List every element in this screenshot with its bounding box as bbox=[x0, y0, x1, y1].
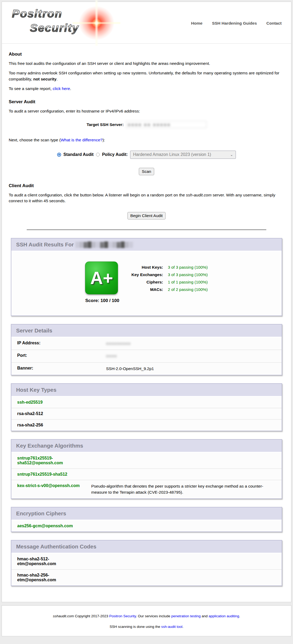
scan-type-paragraph: Next, choose the scan type (What is the … bbox=[9, 137, 284, 143]
scan-button-row: Scan bbox=[9, 168, 284, 175]
obscured-ip-value: ●●●●●●●●● bbox=[106, 341, 131, 346]
encryption-ciphers-table: aes256-gcm@openssh.com bbox=[11, 520, 282, 532]
positron-security-link[interactable]: Positron Security bbox=[109, 614, 136, 618]
scan-type-difference-link[interactable]: What is the difference? bbox=[61, 138, 102, 142]
stat-label: MACs: bbox=[131, 286, 166, 293]
footer-copyright-text: Copyright 2017-2023 bbox=[74, 614, 109, 618]
target-ssh-server-input[interactable] bbox=[126, 121, 207, 128]
client-audit-paragraph: To audit a client configuration, click t… bbox=[9, 192, 284, 204]
about-paragraph-3: To see a sample report, click here. bbox=[9, 86, 284, 92]
table-row: sntrup761x25519-sha512 bbox=[11, 469, 282, 480]
stat-value: 3 of 3 passing (100%) bbox=[166, 264, 208, 271]
footer-scanning-text: SSH scanning is done using the bbox=[109, 625, 161, 629]
stat-row-ciphers: Ciphers: 1 of 1 passing (100%) bbox=[131, 278, 208, 286]
site-footer: sshaudit.com Copyright 2017-2023 Positro… bbox=[2, 605, 291, 636]
kex-name: sntrup761x25519-sha512 bbox=[11, 469, 91, 480]
table-row: hmac-sha2-256-etm@openssh.com bbox=[11, 570, 282, 586]
table-row: IP Address: ●●●●●●●●● bbox=[11, 337, 282, 350]
macs-box: Message Authentication Codes hmac-sha2-5… bbox=[11, 540, 282, 586]
grade-column: A+ Score: 100 / 100 bbox=[85, 262, 119, 303]
server-details-table: IP Address: ●●●●●●●●● Port: ●●●● Banner:… bbox=[11, 337, 282, 375]
policy-audit-label[interactable]: Policy Audit: bbox=[102, 152, 128, 157]
host-key-name: rsa-sha2-256 bbox=[11, 420, 282, 431]
scan-type-text: Next, choose the scan type ( bbox=[9, 138, 61, 142]
penetration-testing-link[interactable]: penetration testing bbox=[171, 614, 201, 618]
section-divider bbox=[27, 229, 267, 230]
policy-audit-radio[interactable] bbox=[96, 153, 100, 156]
standard-audit-radio[interactable] bbox=[57, 153, 61, 157]
server-audit-heading: Server Audit bbox=[9, 99, 284, 105]
kex-name: kex-strict-s-v00@openssh.com bbox=[11, 480, 91, 498]
scan-button[interactable]: Scan bbox=[139, 168, 154, 175]
kex-note bbox=[91, 469, 282, 480]
table-row: kex-strict-s-v00@openssh.com Pseudo-algo… bbox=[11, 480, 282, 498]
host-key-name: ssh-ed25519 bbox=[11, 397, 282, 408]
stat-value: 2 of 2 passing (100%) bbox=[166, 286, 208, 293]
results-header: SSH Audit Results For ░▒▓█▒░▓█░▒▓█▒░ bbox=[11, 238, 282, 251]
key-exchange-table: sntrup761x25519-sha512@openssh.com sntru… bbox=[11, 453, 282, 498]
ssh-audit-tool-link[interactable]: ssh-audit tool bbox=[161, 625, 182, 629]
mac-note bbox=[91, 553, 282, 570]
kex-name-text: sntrup761x25519-sha512@openssh.com bbox=[17, 456, 86, 465]
about-p3-period: . bbox=[70, 86, 71, 91]
kex-note bbox=[91, 453, 282, 469]
logo-text-positron: Positron bbox=[12, 7, 62, 20]
key-exchange-box: Key Exchange Algorithms sntrup761x25519-… bbox=[11, 439, 282, 499]
footer-period: . bbox=[239, 614, 240, 618]
stat-value: 1 of 1 passing (100%) bbox=[166, 278, 208, 286]
footer-line-1: sshaudit.com Copyright 2017-2023 Positro… bbox=[5, 614, 288, 619]
stat-label: Host Keys: bbox=[131, 264, 166, 271]
kex-name: sntrup761x25519-sha512@openssh.com bbox=[11, 453, 91, 469]
detail-label: IP Address: bbox=[11, 337, 106, 350]
nav-ssh-hardening-guides[interactable]: SSH Hardening Guides bbox=[212, 21, 257, 26]
detail-label: Banner: bbox=[11, 362, 106, 375]
mac-name-text: hmac-sha2-256-etm@openssh.com bbox=[17, 573, 80, 582]
nav-home[interactable]: Home bbox=[191, 21, 203, 26]
target-server-row: Target SSH Server: bbox=[9, 121, 284, 128]
macs-table: hmac-sha2-512-etm@openssh.com hmac-sha2-… bbox=[11, 553, 282, 586]
scan-type-options-row: Standard Audit Policy Audit: Hardened Am… bbox=[9, 151, 284, 159]
standard-audit-label[interactable]: Standard Audit bbox=[63, 152, 94, 157]
client-audit-button-row: Begin Client Audit bbox=[9, 212, 284, 219]
nav-contact[interactable]: Contact bbox=[266, 21, 282, 26]
main-content-box: Positron Security Home SSH Hardening Gui… bbox=[2, 2, 291, 602]
about-paragraph-1: This free tool audits the configuration … bbox=[9, 61, 284, 66]
sample-report-text: To see a sample report, bbox=[9, 86, 53, 91]
stat-label: Ciphers: bbox=[131, 278, 166, 286]
detail-value: ●●●● bbox=[106, 350, 282, 362]
host-key-types-header: Host Key Types bbox=[11, 384, 282, 397]
page-body: About This free tool audits the configur… bbox=[2, 44, 291, 602]
obscured-port-value: ●●●● bbox=[106, 354, 117, 358]
host-key-name: rsa-sha2-512 bbox=[11, 408, 282, 420]
sample-report-link[interactable]: click here bbox=[53, 86, 70, 91]
logo: Positron Security bbox=[7, 3, 129, 43]
mac-name-text: hmac-sha2-512-etm@openssh.com bbox=[17, 557, 80, 566]
footer-and-text: and bbox=[201, 614, 209, 618]
main-nav: Home SSH Hardening Guides Contact bbox=[191, 21, 286, 26]
policy-select[interactable]: Hardened Amazon Linux 2023 (version 1) ⌄ bbox=[130, 151, 236, 159]
table-row: hmac-sha2-512-etm@openssh.com bbox=[11, 553, 282, 570]
key-exchange-header: Key Exchange Algorithms bbox=[11, 440, 282, 453]
grade-letter: A+ bbox=[90, 268, 113, 288]
results-box: SSH Audit Results For ░▒▓█▒░▓█░▒▓█▒░ A+ … bbox=[11, 238, 282, 316]
stat-row-host-keys: Host Keys: 3 of 3 passing (100%) bbox=[131, 264, 208, 271]
server-details-header: Server Details bbox=[11, 325, 282, 337]
table-row: rsa-sha2-512 bbox=[11, 408, 282, 420]
stat-label: Key Exchanges: bbox=[131, 271, 166, 278]
results-stats-table: Host Keys: 3 of 3 passing (100%) Key Exc… bbox=[131, 264, 208, 293]
banner-value: SSH-2.0-OpenSSH_9.2p1 bbox=[106, 362, 282, 375]
stat-value: 3 of 3 passing (100%) bbox=[166, 271, 208, 278]
table-row: ssh-ed25519 bbox=[11, 397, 282, 408]
site-header: Positron Security Home SSH Hardening Gui… bbox=[2, 2, 291, 44]
begin-client-audit-button[interactable]: Begin Client Audit bbox=[127, 212, 166, 219]
footer-domain: sshaudit.com bbox=[53, 614, 74, 618]
about-p2-bold: not security bbox=[33, 77, 57, 81]
client-audit-heading: Client Audit bbox=[9, 183, 284, 188]
score-label: Score: 100 / 100 bbox=[85, 298, 119, 303]
application-auditing-link[interactable]: application auditing bbox=[209, 614, 239, 618]
footer-services-text: . Our services include bbox=[136, 614, 171, 618]
detail-value: ●●●●●●●●● bbox=[106, 337, 282, 350]
client-audit-text: To audit a client configuration, click t… bbox=[9, 193, 186, 197]
footer-line2-period: . bbox=[182, 625, 184, 629]
results-title: SSH Audit Results For bbox=[16, 241, 75, 247]
